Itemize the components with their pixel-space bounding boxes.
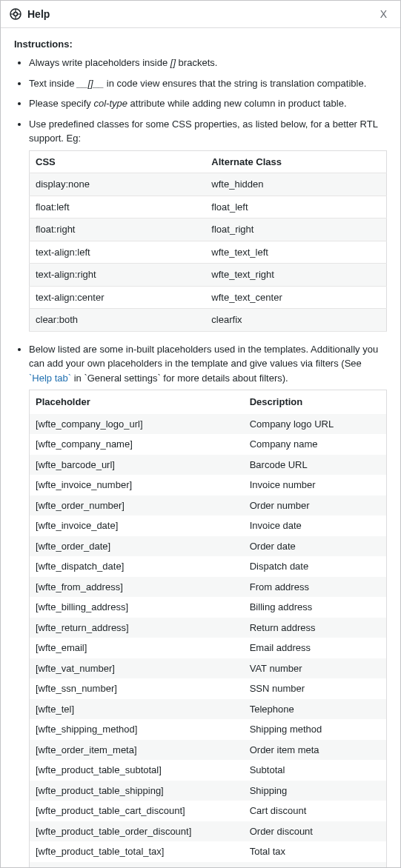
alt-cell: wfte_hidden xyxy=(205,173,386,196)
desc-cell: Shipping method xyxy=(244,719,387,740)
table-row: [wfte_email]Email address xyxy=(30,638,387,658)
text: Text inside xyxy=(29,78,77,89)
css-cell: clear:both xyxy=(30,309,206,332)
css-cell: text-align:center xyxy=(30,286,206,309)
desc-cell: Return address xyxy=(244,618,387,638)
ph-cell: [wfte_vat_number] xyxy=(30,658,244,679)
text-em: [] xyxy=(170,57,176,68)
table-row: text-align:leftwfte_text_left xyxy=(30,241,387,264)
ph-cell: [wfte_order_number] xyxy=(30,495,244,516)
desc-cell: Order discount xyxy=(244,821,387,842)
panel-header: Help X xyxy=(1,1,400,28)
table-row: [wfte_order_item_meta]Order item meta xyxy=(30,740,387,761)
instruction-item: Use predefined classes for some CSS prop… xyxy=(29,117,387,332)
placeholder-table: Placeholder Description [wfte_company_lo… xyxy=(29,390,387,867)
text: in code view ensures that the string is … xyxy=(104,78,366,89)
ph-cell: [wfte_invoice_number] xyxy=(30,475,244,495)
ph-cell: [wfte_product_table_shipping] xyxy=(30,781,244,801)
ph-header: Placeholder xyxy=(30,390,244,414)
desc-cell: Order item meta xyxy=(244,740,387,761)
instruction-item: Below listed are some in-built placehold… xyxy=(29,342,387,868)
table-row: [wfte_return_address]Return address xyxy=(30,618,387,638)
desc-header: Description xyxy=(244,390,387,414)
ph-cell: [wfte_order_item_meta] xyxy=(30,740,244,761)
ph-cell: [wfte_email] xyxy=(30,638,244,658)
text: Below listed are some in-built placehold… xyxy=(29,344,378,370)
ph-cell: [wfte_return_address] xyxy=(30,618,244,638)
desc-cell: Email address xyxy=(244,638,387,658)
alt-cell: wfte_text_left xyxy=(205,241,386,264)
text: Use predefined classes for some CSS prop… xyxy=(29,118,377,144)
instructions-list-2: Below listed are some in-built placehold… xyxy=(14,342,387,868)
table-row: [wfte_company_logo_url]Company logo URL xyxy=(30,414,387,435)
css-cell: display:none xyxy=(30,173,206,196)
table-row: [wfte_invoice_date]Invoice date xyxy=(30,515,387,536)
instruction-item: Always write placeholders inside [] brac… xyxy=(29,56,387,70)
desc-cell: Subtotal xyxy=(244,760,387,781)
alt-cell: wfte_text_center xyxy=(205,286,386,309)
ph-cell: [wfte_company_name] xyxy=(30,434,244,455)
table-row: [wfte_product_table_order_discount]Order… xyxy=(30,821,387,842)
table-row: text-align:rightwfte_text_right xyxy=(30,264,387,287)
desc-cell: Billing address xyxy=(244,597,387,618)
table-row: [wfte_company_name]Company name xyxy=(30,434,387,455)
instructions-heading: Instructions: xyxy=(14,39,387,50)
table-row: clear:bothclearfix xyxy=(30,309,387,332)
table-row: [wfte_product_table_cart_discount]Cart d… xyxy=(30,801,387,821)
desc-cell: Invoice date xyxy=(244,515,387,536)
desc-cell: Company logo URL xyxy=(244,414,387,435)
desc-cell: Dispatch date xyxy=(244,556,387,577)
ph-cell: [wfte_product_table_total_tax] xyxy=(30,841,244,862)
panel-content: Instructions: Always write placeholders … xyxy=(1,28,400,867)
text-em: col-type xyxy=(93,98,127,109)
table-row: [wfte_shipping_method]Shipping method xyxy=(30,719,387,740)
css-header: CSS xyxy=(30,150,206,173)
text-em: __[]__ xyxy=(77,78,104,89)
desc-cell: Fee xyxy=(244,862,387,868)
table-row: [wfte_product_table_fee]Fee xyxy=(30,862,387,868)
text: attribute while adding new column in pro… xyxy=(127,98,347,109)
css-cell: float:right xyxy=(30,218,206,241)
ph-cell: [wfte_order_date] xyxy=(30,536,244,557)
instruction-item: Please specify col-type attribute while … xyxy=(29,96,387,111)
close-button[interactable]: X xyxy=(376,7,391,21)
desc-cell: Invoice number xyxy=(244,475,387,495)
svg-point-1 xyxy=(14,13,18,16)
table-row: [wfte_order_date]Order date xyxy=(30,536,387,557)
desc-cell: Company name xyxy=(244,434,387,455)
css-table: CSS Alternate Class display:nonewfte_hid… xyxy=(29,150,387,332)
css-cell: text-align:left xyxy=(30,241,206,264)
desc-cell: VAT number xyxy=(244,658,387,679)
ph-cell: [wfte_product_table_cart_discount] xyxy=(30,801,244,821)
ph-cell: [wfte_product_table_fee] xyxy=(30,862,244,868)
table-row: [wfte_ssn_number]SSN number xyxy=(30,678,387,699)
help-icon xyxy=(10,8,21,20)
ph-cell: [wfte_billing_address] xyxy=(30,597,244,618)
desc-cell: Shipping xyxy=(244,781,387,801)
ph-cell: [wfte_dispatch_date] xyxy=(30,556,244,577)
ph-cell: [wfte_product_table_subtotal] xyxy=(30,760,244,781)
table-row: [wfte_invoice_number]Invoice number xyxy=(30,475,387,495)
table-row: [wfte_dispatch_date]Dispatch date xyxy=(30,556,387,577)
desc-cell: SSN number xyxy=(244,678,387,699)
table-row: [wfte_vat_number]VAT number xyxy=(30,658,387,679)
alt-cell: float_right xyxy=(205,218,386,241)
help-tab-link[interactable]: `Help tab` xyxy=(29,373,71,384)
desc-cell: From address xyxy=(244,577,387,598)
instruction-item: Text inside __[]__ in code view ensures … xyxy=(29,76,387,91)
ph-cell: [wfte_ssn_number] xyxy=(30,678,244,699)
table-row: [wfte_tel]Telephone xyxy=(30,699,387,720)
desc-cell: Barcode URL xyxy=(244,455,387,475)
text: Please specify xyxy=(29,98,93,109)
table-row: float:rightfloat_right xyxy=(30,218,387,241)
help-panel: Help X Instructions: Always write placeh… xyxy=(0,0,401,868)
css-cell: text-align:right xyxy=(30,264,206,287)
alt-cell: wfte_text_right xyxy=(205,264,386,287)
desc-cell: Total tax xyxy=(244,841,387,862)
ph-cell: [wfte_company_logo_url] xyxy=(30,414,244,435)
ph-cell: [wfte_product_table_order_discount] xyxy=(30,821,244,842)
ph-cell: [wfte_invoice_date] xyxy=(30,515,244,536)
text: in `General settings` for more details a… xyxy=(71,373,288,384)
table-row: [wfte_barcode_url]Barcode URL xyxy=(30,455,387,475)
table-row: [wfte_billing_address]Billing address xyxy=(30,597,387,618)
